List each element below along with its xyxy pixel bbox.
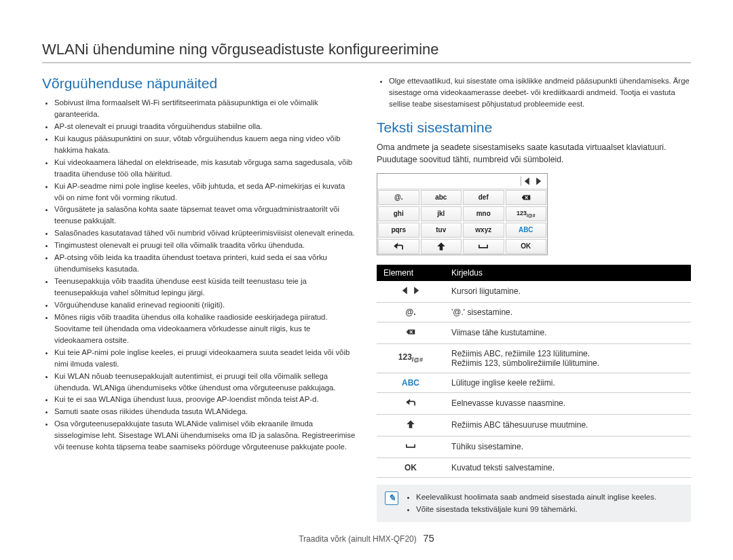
tip-item: Kui kaugus pääsupunktini on suur, võtab … [54,133,356,156]
tips-list: Sobivust ilma formaalselt Wi-Fi sertifit… [42,97,356,453]
vk-key[interactable]: mno [463,206,504,221]
description-cell: Kursori liigutamine. [445,281,691,303]
tip-item: Kui AP-seadme nimi pole inglise keeles, … [54,181,356,204]
description-cell: '@.' sisestamine. [445,302,691,322]
vk-key[interactable] [421,239,462,254]
tip-item: Salasõnades kasutatavad tähed või numbri… [54,227,356,239]
vk-key[interactable]: ghi [378,206,419,221]
table-row: Eelnevasse kuvasse naasmine. [377,392,691,414]
description-cell: Tühiku sisestamine. [445,436,691,458]
table-row: Režiimis ABC tähesuuruse muutmine. [377,414,691,436]
arrows-icon [400,286,421,295]
right-heading: Teksti sisestamine [377,119,691,136]
tip-item: Võrgusätete ja salasõna kohta saate täps… [54,204,356,227]
vk-key[interactable] [506,190,547,205]
tip-item: Kui WLAN nõuab teenusepakkujalt autentim… [54,371,356,394]
page-number: 75 [423,532,434,544]
vk-key[interactable]: jkl [421,206,462,221]
table-row: Viimase tähe kustutamine. [377,322,691,343]
tip-item: Võrguühenduse kanalid erinevad regioonit… [54,299,356,311]
vk-key[interactable]: wxyz [463,223,504,238]
note-list: Keelevalikust hoolimata saab andmeid sis… [405,491,656,516]
tip-item: Mõnes riigis võib traadita ühendus olla … [54,312,356,346]
vk-key[interactable]: OK [506,239,547,254]
element-description-table: Element Kirjeldus Kursori liigutamine.@.… [377,265,691,478]
caret-right-icon [533,176,543,186]
note-item: Keelevalikust hoolimata saab andmeid sis… [416,491,656,504]
text-entry-intro: Oma andmete ja seadete sisestamiseks saa… [377,141,691,166]
table-row: OKKuvatud teksti salvestamine. [377,458,691,477]
element-cell: ABC [377,373,445,392]
warning-item: Olge ettevaatlikud, kui sisestate oma is… [389,75,691,110]
virtual-keyboard: @.abcdefghijklmno123/@#pqrstuvwxyzABCOK [377,173,548,255]
element-cell: 123/@# [377,343,445,373]
vk-key[interactable]: pqrs [378,223,419,238]
element-cell [377,392,445,414]
tip-item: Kui videokaamera lähedal on elektriseade… [54,157,356,180]
tip-item: Osa võrguteenusepakkujate tasuta WLANide… [54,418,356,453]
tip-item: Kui teie AP-nimi pole inglise keeles, ei… [54,347,356,370]
shift-icon [406,419,415,429]
footer-text: Traadita võrk (ainult HMX-QF20) [299,534,417,544]
element-cell [377,436,445,458]
element-cell: OK [377,458,445,477]
table-row: Tühiku sisestamine. [377,436,691,458]
vk-key[interactable]: abc [421,190,462,205]
space-icon [478,242,488,251]
bksp-icon [406,327,415,337]
element-cell [377,414,445,436]
note-icon: ✎ [385,491,398,505]
right-column: Olge ettevaatlikud, kui sisestate oma is… [377,75,691,522]
element-cell: @. [377,302,445,322]
tip-item: Teenusepakkuja võib traadita ühenduse ee… [54,276,356,299]
table-row: 123/@#Režiimis ABC, režiimile 123 lülitu… [377,343,691,373]
left-column: Võrguühenduse näpunäited Sobivust ilma f… [42,75,356,522]
vk-key[interactable]: ABC [506,223,547,238]
vk-key[interactable] [463,239,504,254]
vk-key[interactable]: tuv [421,223,462,238]
left-heading: Võrguühenduse näpunäited [42,75,356,92]
title-divider [42,62,691,63]
page-title: WLANi ühendumine ning võrguseadistuste k… [42,41,691,58]
caret-left-icon [523,176,532,186]
description-cell: Režiimis ABC tähesuuruse muutmine. [445,414,691,436]
vk-key[interactable]: def [463,190,504,205]
vk-key-grid: @.abcdefghijklmno123/@#pqrstuvwxyzABCOK [377,189,547,255]
tip-item: Sobivust ilma formaalselt Wi-Fi sertifit… [54,97,356,120]
content-columns: Võrguühenduse näpunäited Sobivust ilma f… [42,75,691,522]
bksp-icon [521,193,531,202]
back-icon [394,242,403,251]
table-row: @.'@.' sisestamine. [377,302,691,322]
tip-item: AP-otsing võib leida ka traadita ühendus… [54,252,356,275]
back-icon [406,398,415,407]
note-item: Võite sisestada tekstiväljale kuni 99 tä… [416,504,656,516]
description-cell: Viimase tähe kustutamine. [445,322,691,343]
table-row: ABCLülituge inglise keele režiimi. [377,373,691,392]
warning-list: Olge ettevaatlikud, kui sisestate oma is… [377,75,691,110]
tip-item: Kui te ei saa WLANiga ühendust luua, pro… [54,394,356,405]
tip-item: AP-st olenevalt ei pruugi traadita võrgu… [54,121,356,132]
th-element: Element [377,265,445,281]
space-icon [406,441,415,451]
vk-key[interactable] [378,239,419,254]
vk-key[interactable]: 123/@# [506,206,547,221]
description-cell: Lülituge inglise keele režiimi. [445,373,691,392]
page-footer: Traadita võrk (ainult HMX-QF20) 75 [0,532,733,544]
th-description: Kirjeldus [445,265,691,281]
element-cell [377,322,445,343]
tip-item: Samuti saate osas riikides ühenduda tasu… [54,406,356,417]
shift-icon [436,242,446,251]
description-cell: Kuvatud teksti salvestamine. [445,458,691,477]
tip-item: Tingimustest olenevalt ei pruugi teil ol… [54,240,356,251]
note-box: ✎ Keelevalikust hoolimata saab andmeid s… [377,485,691,523]
table-row: Kursori liigutamine. [377,281,691,303]
vk-key[interactable]: @. [378,190,419,205]
element-cell [377,281,445,303]
vk-input-row [377,174,547,189]
description-cell: Eelnevasse kuvasse naasmine. [445,392,691,414]
description-cell: Režiimis ABC, režiimile 123 lülitumine.R… [445,343,691,373]
